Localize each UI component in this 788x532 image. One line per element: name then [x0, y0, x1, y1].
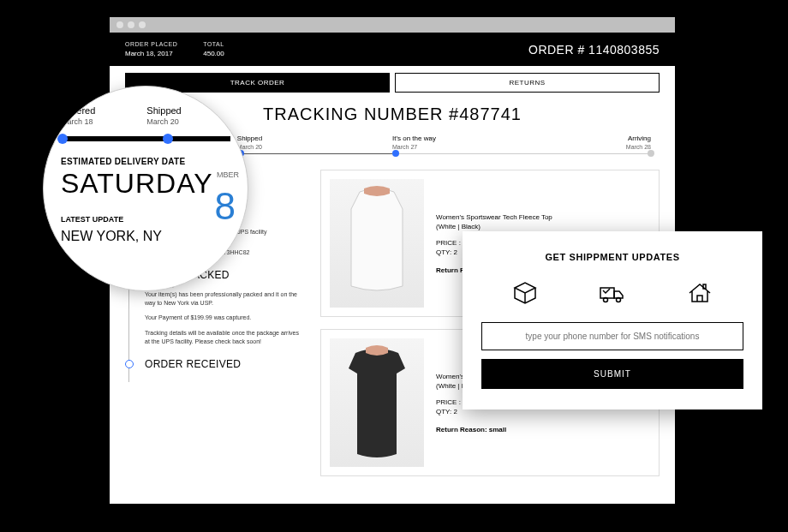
mag-step-label: Ordered — [61, 105, 95, 116]
updates-icons — [481, 279, 743, 307]
mag-step-label: Shipped — [146, 105, 181, 116]
progress-step-arriving: Arriving March 28 — [626, 134, 651, 150]
svg-rect-0 — [600, 288, 614, 298]
house-icon — [686, 279, 713, 307]
order-placed-date: March 18, 2017 — [125, 50, 177, 57]
timeline-item-title: ORDER RECEIVED — [145, 358, 305, 370]
mag-progress-bar — [61, 136, 230, 141]
order-header: ORDER PLACED March 18, 2017 TOTAL 450.00… — [110, 33, 675, 66]
mag-step-shipped: Shipped March 20 — [146, 105, 181, 126]
shipment-updates-card: GET SHIPPMENT UPDATES SUBMIT — [463, 231, 762, 409]
traffic-light-icon — [128, 21, 134, 28]
order-number: ORDER # 1140803855 — [528, 43, 660, 57]
product-name: Women's Sportswear Tech Fleece Top — [436, 213, 552, 221]
progress-dot — [648, 150, 654, 157]
tab-bar: TRACK ORDER RETURNS — [110, 66, 675, 93]
mag-latest-update: LATEST UPDATE — [61, 215, 230, 224]
svg-point-1 — [604, 298, 608, 302]
timeline-item-received: ORDER RECEIVED — [145, 358, 305, 382]
package-icon — [511, 279, 539, 307]
progress-step-on-the-way: It's on the way March 27 — [392, 134, 436, 150]
estimated-delivery-label: ESTIMATED DELIVERY DATE — [61, 157, 230, 166]
window-titlebar — [110, 17, 675, 33]
mag-dot — [57, 134, 68, 144]
total-col: TOTAL 450.00 — [203, 41, 224, 57]
truck-icon — [599, 279, 626, 307]
mag-dot — [163, 134, 173, 144]
traffic-light-icon — [116, 21, 123, 28]
mag-step-date: March 20 — [146, 117, 181, 126]
progress-step-label: Shipped — [237, 134, 262, 142]
mag-location: NEW YORK, NY — [61, 229, 230, 244]
order-placed-label: ORDER PLACED — [125, 41, 177, 47]
magnifier-overlay: Ordered March 18 Shipped March 20 MBER E… — [43, 86, 248, 291]
tab-returns[interactable]: RETURNS — [395, 73, 660, 93]
updates-title: GET SHIPPMENT UPDATES — [481, 252, 743, 262]
total-label: TOTAL — [203, 41, 224, 47]
timeline-item-text: Tracking details will be available once … — [145, 329, 305, 346]
svg-point-2 — [617, 298, 621, 302]
progress-step-label: It's on the way — [392, 134, 436, 142]
mag-partial-text: MBER — [217, 170, 239, 179]
progress-step-date: March 27 — [392, 144, 436, 150]
mag-step-ordered: Ordered March 18 — [61, 105, 95, 126]
timeline-item-text: Your item(s) has been professionally pac… — [145, 290, 305, 308]
product-image — [330, 179, 424, 308]
timeline-item-text: Your Payment of $199.99 was captured. — [145, 314, 305, 322]
traffic-light-icon — [139, 21, 146, 28]
estimated-delivery-number: 8 — [215, 185, 236, 228]
mag-steps: Ordered March 18 Shipped March 20 — [61, 105, 230, 126]
submit-button[interactable]: SUBMIT — [481, 359, 743, 389]
svg-rect-3 — [703, 284, 706, 289]
progress-step-date: March 28 — [626, 144, 651, 150]
estimated-delivery-day: SATURDAY — [61, 168, 230, 200]
phone-input[interactable] — [481, 322, 743, 350]
progress-dot — [392, 150, 399, 157]
product-variant: (White | Black) — [436, 223, 552, 230]
return-reason: Return Reason: small — [436, 426, 506, 433]
product-image — [330, 338, 424, 467]
mag-step-date: March 18 — [61, 117, 95, 126]
progress-step-label: Arriving — [626, 134, 651, 142]
progress-step-shipped: Shipped March 20 — [237, 134, 262, 150]
order-placed-col: ORDER PLACED March 18, 2017 — [125, 41, 177, 57]
total-value: 450.00 — [203, 50, 224, 57]
